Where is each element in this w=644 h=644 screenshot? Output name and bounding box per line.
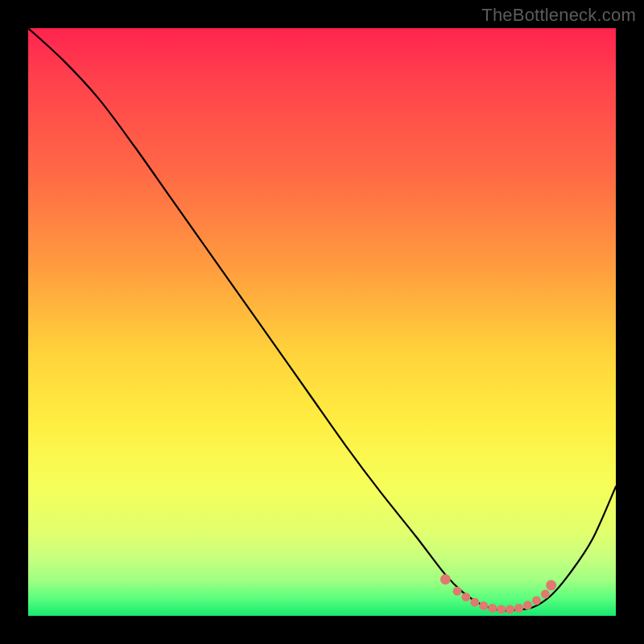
highlight-dot: [532, 597, 541, 605]
highlight-dot: [497, 605, 506, 613]
highlight-dot: [488, 604, 497, 613]
highlight-dot: [546, 580, 556, 591]
highlight-dot: [440, 574, 451, 584]
bottleneck-curve: [28, 28, 616, 610]
highlight-dot: [452, 587, 461, 596]
highlight-dot: [461, 592, 470, 601]
highlight-dot: [506, 605, 514, 613]
highlight-dot: [523, 601, 532, 609]
highlight-dot: [470, 598, 479, 607]
highlight-dot: [514, 604, 523, 613]
chart-stage: TheBottleneck.com: [0, 0, 644, 644]
highlight-dot: [479, 601, 488, 610]
plot-area: [28, 28, 616, 616]
chart-overlay: [28, 28, 616, 616]
highlight-dot: [541, 589, 550, 598]
highlight-dots: [440, 574, 556, 613]
watermark-text: TheBottleneck.com: [481, 5, 636, 26]
